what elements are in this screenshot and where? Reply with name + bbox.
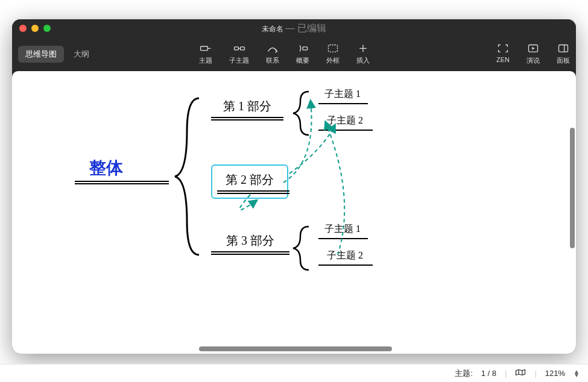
topic-label: 主题: — [455, 368, 473, 379]
subtopic-label: 子主题 — [229, 56, 249, 65]
root-node[interactable]: 整体 — [89, 157, 123, 180]
relation-icon — [267, 43, 279, 54]
document-title: 未命名 — [262, 25, 283, 33]
insert-button[interactable]: 插入 — [356, 43, 370, 65]
presentation-button[interactable]: 演说 — [526, 43, 540, 65]
document-status: — 已编辑 — [285, 23, 326, 33]
brace-root-icon — [169, 95, 205, 258]
summary-button[interactable]: 概要 — [296, 43, 309, 65]
relation-label: 联系 — [266, 56, 279, 65]
subtopic-button[interactable]: 子主题 — [229, 43, 249, 65]
topic-icon — [200, 43, 212, 54]
root-label: 整体 — [89, 158, 123, 177]
relation-button[interactable]: 联系 — [266, 43, 279, 65]
tab-outline[interactable]: 大纲 — [66, 46, 96, 63]
titlebar: 未命名 — 已编辑 — [12, 19, 576, 37]
zen-button[interactable]: ZEN — [496, 43, 510, 65]
mindmap-canvas[interactable]: 整体 第 1 部分 第 2 部分 第 3 部分 子主题 1 — [12, 71, 576, 354]
root-underline — [75, 181, 169, 187]
topic-label: 主题 — [199, 56, 212, 65]
play-icon — [527, 43, 539, 54]
toolbar: 思维导图 大纲 主题 子主题 联系 — [12, 37, 576, 71]
panel-icon — [557, 43, 569, 54]
horizontal-scrollbar[interactable] — [199, 346, 392, 351]
topic-count: 1 / 8 — [481, 369, 496, 378]
minimize-button[interactable] — [31, 25, 39, 32]
vertical-scrollbar[interactable] — [570, 128, 575, 248]
insert-label: 插入 — [356, 56, 370, 65]
svg-rect-6 — [329, 45, 338, 52]
toolbar-center-group: 主题 子主题 联系 概要 — [199, 43, 370, 65]
boundary-label: 外框 — [326, 56, 340, 65]
view-mode-toggle: 思维导图 大纲 — [18, 46, 96, 63]
svg-rect-5 — [303, 47, 307, 50]
plus-icon — [357, 43, 369, 54]
relation-arrows[interactable] — [217, 89, 368, 270]
svg-marker-10 — [532, 47, 534, 50]
svg-rect-2 — [234, 47, 238, 50]
topic-button[interactable]: 主题 — [199, 43, 212, 65]
maximize-button[interactable] — [43, 25, 51, 32]
presentation-label: 演说 — [526, 56, 540, 65]
window-title: 未命名 — 已编辑 — [12, 22, 576, 35]
app-window: 未命名 — 已编辑 思维导图 大纲 主题 子主题 — [12, 19, 576, 354]
toolbar-right-group: ZEN 演说 面板 — [496, 43, 570, 65]
zen-icon — [497, 43, 509, 54]
panel-label: 面板 — [557, 56, 570, 65]
tab-mindmap[interactable]: 思维导图 — [18, 46, 64, 63]
panel-button[interactable]: 面板 — [557, 43, 570, 65]
svg-rect-4 — [240, 47, 244, 50]
summary-icon — [297, 43, 309, 54]
svg-rect-0 — [201, 46, 208, 51]
boundary-button[interactable]: 外框 — [326, 43, 340, 65]
boundary-icon — [327, 43, 339, 54]
zoom-stepper[interactable]: ▲▼ — [574, 370, 580, 377]
separator: | — [505, 369, 507, 378]
summary-label: 概要 — [296, 56, 309, 65]
subtopic-icon — [233, 43, 245, 54]
separator: | — [534, 369, 536, 378]
minimap-button[interactable] — [515, 368, 526, 378]
zoom-level[interactable]: 121% — [545, 369, 565, 378]
window-controls — [19, 25, 51, 32]
close-button[interactable] — [19, 25, 27, 32]
zen-label: ZEN — [496, 56, 510, 63]
status-bar: 主题: 1 / 8 | | 121% ▲▼ — [0, 364, 588, 382]
svg-rect-11 — [559, 45, 568, 52]
